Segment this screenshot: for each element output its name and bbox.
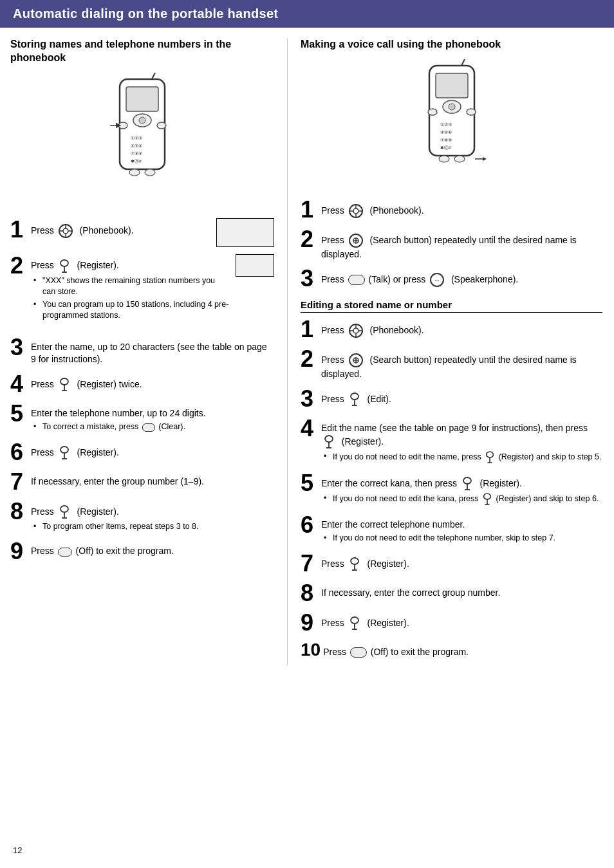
- off-icon-right-e10: [350, 647, 367, 658]
- step-number: 9: [10, 540, 28, 563]
- svg-point-10: [129, 169, 140, 176]
- step-content: Press (Off) to exit the program.: [31, 540, 274, 558]
- left-step-1: 1 Press (Ph: [10, 218, 274, 248]
- step-content: Press (Phonebook).: [321, 198, 602, 219]
- bullet-item: You can program up to 150 stations, incl…: [33, 299, 229, 322]
- step-content: If necessary, enter the correct group nu…: [321, 582, 602, 600]
- svg-point-4: [118, 122, 127, 129]
- step-number: 8: [10, 500, 28, 523]
- register-icon-right-e9: [348, 616, 361, 631]
- svg-text:✱⓪#: ✱⓪#: [131, 159, 142, 163]
- right-edit-step-5: 5 Enter the correct kana, then press (Re…: [301, 472, 602, 507]
- svg-line-12: [152, 73, 155, 79]
- svg-point-71: [325, 436, 333, 442]
- clear-icon: [142, 423, 155, 432]
- step-number: 3: [10, 336, 28, 359]
- svg-point-29: [60, 506, 68, 512]
- svg-point-68: [351, 393, 358, 400]
- register-icon-left-4: [58, 378, 71, 392]
- right-voice-step-1: 1 Press (Phonebook).: [301, 198, 602, 221]
- step-bullets: To correct a mistake, press (Clear).: [33, 421, 274, 433]
- lcd-display-1: [216, 218, 274, 247]
- register-icon-right-e3: [348, 392, 361, 407]
- step-number: 5: [10, 402, 28, 425]
- svg-point-5: [157, 122, 166, 129]
- register-icon-left-8: [58, 505, 71, 519]
- svg-point-86: [351, 617, 358, 623]
- right-edit-step-1: 1 Press (Phonebook).: [301, 318, 602, 341]
- page-header: Automatic dialing on the portable handse…: [0, 0, 614, 28]
- right-section-title: Making a voice call using the phonebook: [301, 38, 602, 51]
- right-phone-illustration: ①②③ ④⑤⑥ ⑦⑧⑨ ✱⓪#: [301, 59, 602, 188]
- search-icon-right-v2: [348, 233, 364, 248]
- step-bullets: To program other items, repeat steps 3 t…: [33, 521, 274, 533]
- register-icon-left-6: [58, 446, 71, 460]
- step-number: 10: [301, 641, 321, 659]
- svg-point-43: [454, 156, 465, 162]
- step-content: Press (Register). To program other items…: [31, 500, 274, 534]
- svg-text:↔: ↔: [434, 277, 440, 284]
- svg-point-3: [139, 117, 145, 124]
- page-number: 12: [13, 845, 22, 855]
- step-number: 2: [301, 228, 319, 251]
- step-content: Press (Register).: [321, 552, 602, 571]
- step-number: 8: [301, 582, 319, 605]
- right-edit-step-7: 7 Press (Register).: [301, 552, 602, 575]
- bullet-item: To program other items, repeat steps 3 t…: [33, 521, 274, 533]
- register-icon-right-e4: [322, 435, 335, 449]
- step-bullets: "XXX" shows the remaining station number…: [33, 275, 229, 322]
- step-number: 2: [301, 347, 319, 371]
- left-step-6: 6 Press (Register).: [10, 441, 274, 464]
- lcd-display-2: [236, 254, 274, 277]
- svg-point-42: [439, 156, 449, 162]
- step-content: Enter the correct kana, then press (Regi…: [321, 472, 602, 507]
- phone-svg-right: ①②③ ④⑤⑥ ⑦⑧⑨ ✱⓪#: [413, 59, 490, 188]
- bullet-item: If you do not need to edit the telephone…: [324, 533, 602, 544]
- bullet-item: If you do not need to edit the name, pre…: [324, 451, 602, 464]
- svg-point-80: [484, 494, 491, 499]
- left-step-4: 4 Press (Register) twice.: [10, 373, 274, 396]
- step-content: If necessary, enter the group number (1–…: [31, 470, 274, 488]
- step-number: 5: [301, 472, 319, 495]
- step-number: 2: [10, 254, 28, 277]
- step-content: Press (Phonebook).: [321, 318, 602, 338]
- svg-point-26: [60, 447, 68, 453]
- step-content: Press (Register). "XXX" shows the remain…: [31, 254, 229, 323]
- svg-point-35: [449, 104, 455, 110]
- left-step-5: 5 Enter the telephone number, up to 24 d…: [10, 402, 274, 434]
- phone-svg-left: ①②③ ④⑤⑥ ⑦⑧⑨ ✱⓪#: [104, 73, 181, 208]
- step-content: Edit the name (see the table on page 9 f…: [321, 417, 602, 465]
- step-content: Press (Off) to exit the program.: [323, 641, 602, 659]
- step-number: 7: [10, 470, 28, 494]
- step-bullets: If you do not need to edit the kana, pre…: [324, 493, 602, 506]
- step-content: Enter the telephone number, up to 24 dig…: [31, 402, 274, 434]
- svg-point-74: [487, 452, 494, 457]
- step-number: 1: [301, 318, 319, 341]
- step-content: Press (Search button) repeatedly until t…: [321, 347, 602, 381]
- left-phone-illustration: ①②③ ④⑤⑥ ⑦⑧⑨ ✱⓪#: [10, 73, 274, 208]
- right-edit-step-3: 3 Press (Edit).: [301, 387, 602, 411]
- svg-text:⑦⑧⑨: ⑦⑧⑨: [131, 151, 142, 156]
- right-edit-step-2: 2 Press (Search button) repeatedly until…: [301, 347, 602, 381]
- svg-line-44: [461, 59, 465, 66]
- svg-text:⑦⑧⑨: ⑦⑧⑨: [440, 138, 452, 142]
- svg-text:①②③: ①②③: [131, 136, 142, 140]
- search-icon-right-e2: [348, 353, 364, 368]
- svg-point-11: [145, 169, 155, 176]
- svg-rect-1: [126, 87, 158, 111]
- step-number: 4: [301, 417, 319, 440]
- step-content: Enter the correct telephone number. If y…: [321, 513, 602, 546]
- step-content: Press (Register).: [31, 441, 274, 460]
- step-content: Press (Register).: [321, 611, 602, 631]
- step-number: 9: [301, 611, 319, 634]
- right-voice-step-2: 2 Press (Search button) repeatedly until…: [301, 228, 602, 261]
- svg-text:④⑤⑥: ④⑤⑥: [440, 130, 452, 134]
- step-number: 3: [301, 387, 319, 411]
- right-voice-step-3: 3 Press (Talk) or press ↔ (Speakerphone)…: [301, 267, 602, 290]
- right-edit-step-4: 4 Edit the name (see the table on page 9…: [301, 417, 602, 465]
- svg-text:①②③: ①②③: [440, 122, 452, 127]
- phonebook-icon-right-e1: [348, 323, 364, 338]
- step-content: Press (Talk) or press ↔ (Speakerphone).: [321, 267, 602, 288]
- svg-point-83: [351, 558, 358, 564]
- register-icon-bullet-e5: [481, 493, 493, 506]
